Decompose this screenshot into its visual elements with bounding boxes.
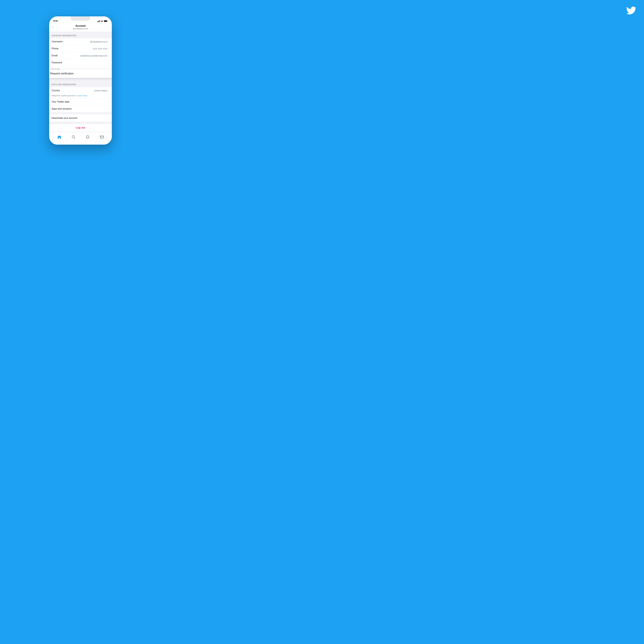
back-button[interactable]: ‹ [52,25,53,29]
wifi-icon [101,20,103,22]
header-subtitle: @notableaccount [52,28,109,30]
password-item[interactable]: Password › [49,59,112,66]
phone-screen: 9:41 [49,16,112,145]
notifications-tab[interactable] [84,134,91,140]
twitter-data-label: Your Twitter data [52,100,109,103]
battery-icon [104,20,108,22]
signal-icon [97,20,100,22]
search-icon [72,135,75,139]
phone-notch [71,16,90,21]
settings-content: Account information Username @notableacc… [49,32,112,137]
twitter-data-chevron: › [109,100,109,103]
svg-rect-1 [104,21,107,22]
data-permissions-group: Country United States › Select the count… [49,87,112,112]
phone-wrapper: 9:41 [49,16,112,145]
request-verification-pill[interactable]: Request verification › [49,69,112,78]
request-verification-label: Request verification [50,72,74,75]
phone-chevron: › [109,47,109,50]
email-item[interactable]: Email notableaccount@email.com › [49,52,112,59]
country-label: Country [52,89,94,92]
deactivate-group: Deactivate your account › [49,114,112,122]
username-item[interactable]: Username @notableaccount › [49,38,112,45]
status-icons [97,20,108,22]
deactivate-item[interactable]: Deactivate your account › [49,114,112,122]
country-item-wrapper: Country United States › Select the count… [49,87,112,98]
account-information-section-header: Account information [49,32,112,38]
data-permissions-label: Data and permissions [52,83,76,86]
page-header: ‹ Account @notableaccount [49,23,112,32]
svg-line-4 [74,138,75,139]
bell-icon [86,135,90,139]
search-tab[interactable] [70,134,77,140]
mail-icon [100,135,104,139]
svg-point-3 [72,136,74,138]
status-time: 9:41 [53,20,58,22]
request-verification-chevron: › [110,72,111,75]
apps-sessions-chevron: › [109,107,109,110]
country-value: United States [94,89,107,92]
country-chevron: › [109,89,109,92]
phone-item[interactable]: Phone XXX XXX XXX › [49,45,112,52]
account-information-group: Username @notableaccount › Phone XXX XXX… [49,38,112,73]
apps-sessions-item[interactable]: Apps and sessions › [49,105,112,112]
email-label: Email [52,54,80,57]
data-permissions-section-header: Data and permissions [49,81,112,87]
deactivate-chevron: › [109,117,109,119]
learn-more-link[interactable]: Learn more [77,95,87,97]
header-title: Account [52,24,109,27]
account-information-label: Account information [52,34,76,37]
phone-label: Phone [52,47,93,50]
twitter-data-item[interactable]: Your Twitter data › [49,98,112,105]
tab-bar [49,132,112,145]
username-label: Username [52,40,90,43]
country-item[interactable]: Country United States › [49,87,112,94]
deactivate-label: Deactivate your account [52,117,109,119]
country-subtext: Select the country you live in. Learn mo… [49,94,112,98]
password-label: Password [52,61,109,64]
messages-tab[interactable] [98,134,106,140]
home-icon [57,135,61,139]
home-tab[interactable] [56,134,63,140]
logout-button[interactable]: Log out [76,126,85,129]
username-value: @notableaccount [90,40,107,43]
email-chevron: › [109,54,109,57]
logout-section: Log out [49,124,112,132]
svg-rect-2 [107,21,108,21]
apps-sessions-label: Apps and sessions [52,107,109,110]
password-chevron: › [109,61,109,64]
phone-value: XXX XXX XXX [93,47,107,50]
email-value: notableaccount@email.com [80,54,107,57]
phone-frame: 9:41 [49,16,112,145]
username-chevron: › [109,40,109,43]
svg-rect-5 [100,136,103,138]
